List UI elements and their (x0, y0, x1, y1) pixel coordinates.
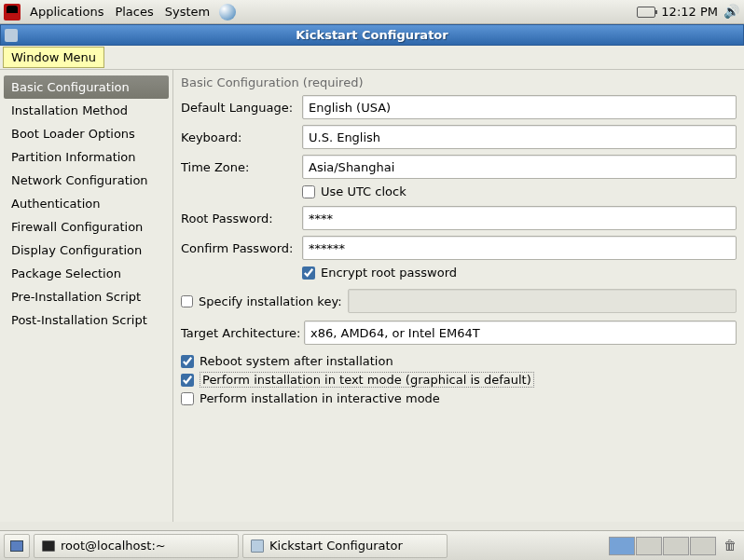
sidebar-item-authentication[interactable]: Authentication (4, 192, 169, 215)
globe-icon[interactable] (219, 4, 236, 20)
checkbox-encrypt-root[interactable] (302, 266, 315, 280)
window-icon (5, 29, 18, 42)
volume-icon[interactable] (723, 4, 740, 20)
input-default-language[interactable] (302, 95, 737, 119)
clock[interactable]: 12:12 PM (661, 5, 718, 19)
terminal-icon (42, 540, 55, 552)
config-icon (251, 540, 264, 553)
sidebar: Basic Configuration Installation Method … (0, 70, 173, 522)
sidebar-item-firewall-configuration[interactable]: Firewall Configuration (4, 215, 169, 239)
workspace-3[interactable] (663, 537, 689, 555)
label-default-language: Default Language: (181, 101, 302, 115)
sidebar-item-pre-installation-script[interactable]: Pre-Installation Script (4, 285, 169, 308)
workspace-2[interactable] (636, 537, 662, 555)
menu-applications[interactable]: Applications (24, 5, 109, 19)
label-encrypt-root[interactable]: Encrypt root password (321, 266, 457, 280)
section-title: Basic Configuration (required) (181, 74, 737, 95)
window-menu-button[interactable]: Window Menu (3, 47, 104, 68)
checkbox-reboot-after[interactable] (181, 355, 194, 368)
desktop-icon (10, 540, 23, 552)
workspace-1[interactable] (609, 537, 635, 555)
titlebar[interactable]: Kickstart Configurator (0, 24, 744, 46)
window-title: Kickstart Configurator (296, 28, 448, 42)
sidebar-item-post-installation-script[interactable]: Post-Installation Script (4, 308, 169, 332)
label-reboot-after[interactable]: Reboot system after installation (200, 354, 393, 368)
workspace-4[interactable] (690, 537, 716, 555)
checkbox-use-utc[interactable] (302, 185, 315, 198)
label-target-arch: Target Architecture: (181, 326, 304, 340)
menu-system[interactable]: System (159, 5, 215, 19)
label-specify-key[interactable]: Specify installation key: (199, 294, 342, 308)
bottom-panel: root@localhost:~ Kickstart Configurator (0, 530, 744, 560)
label-text-mode[interactable]: Perform installation in text mode (graph… (200, 372, 534, 388)
label-confirm-password: Confirm Password: (181, 241, 302, 255)
workspace-pager (609, 537, 716, 555)
input-target-arch[interactable] (304, 321, 737, 345)
sidebar-item-display-configuration[interactable]: Display Configuration (4, 239, 169, 262)
checkbox-specify-key[interactable] (181, 295, 193, 307)
battery-icon[interactable] (637, 7, 655, 18)
menu-places[interactable]: Places (109, 5, 158, 19)
label-time-zone: Time Zone: (181, 160, 302, 174)
top-panel: Applications Places System 12:12 PM (0, 0, 744, 24)
taskbar-item-terminal-label: root@localhost:~ (61, 539, 166, 553)
trash-icon[interactable] (723, 538, 740, 554)
menubar: Window Menu (0, 46, 744, 70)
kickstart-window: Kickstart Configurator Window Menu Basic… (0, 24, 744, 522)
sidebar-item-partition-information[interactable]: Partition Information (4, 145, 169, 169)
taskbar-item-kickstart[interactable]: Kickstart Configurator (242, 534, 448, 558)
content: Basic Configuration (required) Default L… (173, 70, 744, 522)
input-root-password[interactable] (302, 206, 737, 230)
sidebar-item-basic-configuration[interactable]: Basic Configuration (4, 75, 169, 99)
input-keyboard[interactable] (302, 125, 737, 149)
input-time-zone[interactable] (302, 155, 737, 179)
label-use-utc[interactable]: Use UTC clock (321, 184, 406, 198)
sidebar-item-package-selection[interactable]: Package Selection (4, 262, 169, 285)
label-keyboard: Keyboard: (181, 130, 302, 144)
taskbar-item-terminal[interactable]: root@localhost:~ (34, 534, 239, 558)
label-root-password: Root Password: (181, 212, 302, 225)
show-desktop-button[interactable] (4, 534, 30, 558)
input-confirm-password[interactable] (302, 236, 737, 260)
input-installation-key (348, 289, 737, 313)
checkbox-text-mode[interactable] (181, 374, 194, 387)
sidebar-item-installation-method[interactable]: Installation Method (4, 99, 169, 122)
label-interactive[interactable]: Perform installation in interactive mode (200, 391, 440, 405)
checkbox-interactive[interactable] (181, 392, 194, 405)
redhat-icon[interactable] (4, 4, 21, 20)
sidebar-item-boot-loader-options[interactable]: Boot Loader Options (4, 122, 169, 145)
sidebar-item-network-configuration[interactable]: Network Configuration (4, 169, 169, 192)
taskbar-item-kickstart-label: Kickstart Configurator (269, 539, 403, 553)
